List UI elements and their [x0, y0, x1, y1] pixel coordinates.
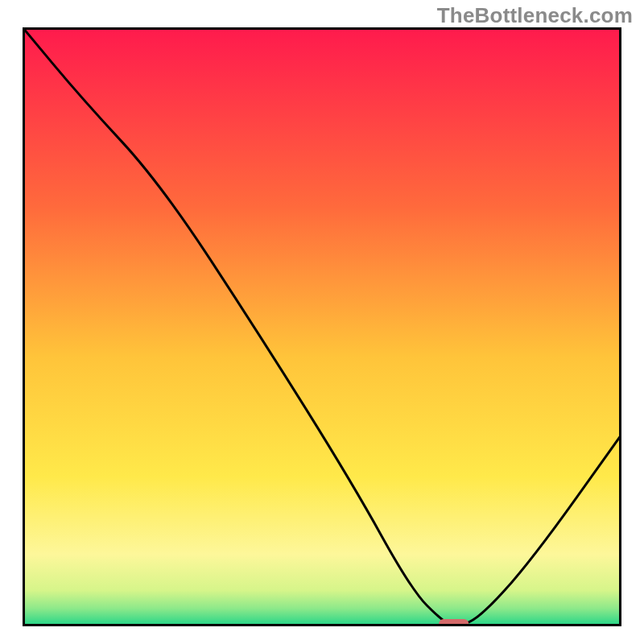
chart-container: TheBottleneck.com — [0, 0, 644, 644]
watermark-text: TheBottleneck.com — [437, 3, 633, 28]
plot-area — [23, 27, 621, 626]
chart-background — [23, 27, 621, 626]
chart-svg — [23, 27, 621, 626]
